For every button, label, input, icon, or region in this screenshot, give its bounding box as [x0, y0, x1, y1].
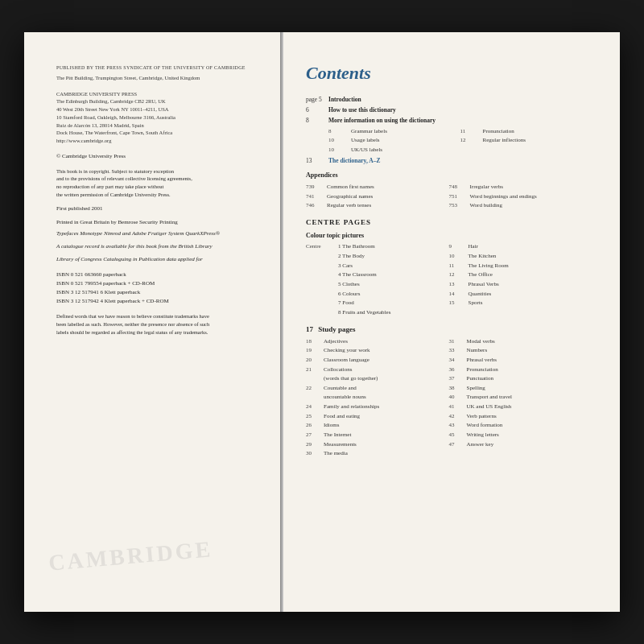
wb-page: 751 — [449, 192, 470, 200]
collocations-sub: (words that go together) — [306, 374, 449, 382]
wl-page: 45 — [449, 431, 467, 439]
centre-col-left: Centre 1 The Bathroom 2 The Body 3 Cars … — [306, 242, 449, 317]
usage-page: 10 — [328, 136, 351, 144]
trans-page: 40 — [449, 393, 467, 401]
cl-text: Classroom language — [324, 356, 369, 364]
coll-sub-text: (words that go together) — [324, 374, 378, 382]
isbn-block: ISBN 0 521 663660 paperback ISBN 0 521 7… — [56, 270, 256, 307]
wf-page: 43 — [449, 421, 467, 429]
iv-text: Irregular verbs — [470, 183, 503, 191]
mv-text: Modal verbs — [467, 337, 495, 345]
office: The Office — [469, 270, 493, 279]
spelling: 38 Spelling — [449, 384, 592, 392]
cnt-page: 22 — [306, 384, 324, 392]
gn-page: 741 — [306, 192, 327, 200]
cw-text: Checking your work — [324, 346, 370, 354]
modal-verbs: 31 Modal verbs — [449, 337, 592, 345]
watermark: CAMBRIDGE — [47, 533, 214, 579]
intro-title: Introduction — [328, 96, 361, 105]
cl-page: 20 — [306, 356, 324, 364]
num-page: 33 — [449, 346, 467, 354]
regular-inflections: 12 Regular inflections — [460, 136, 592, 144]
colours-item: 6 Colours — [306, 290, 449, 298]
edinburgh-address: The Edinburgh Building, Cambridge CB2 2R… — [56, 97, 256, 105]
study-col-right: 31 Modal verbs 33 Numbers 34 Phrasal ver… — [449, 337, 592, 459]
adj-page: 18 — [306, 337, 324, 345]
meas-page: 29 — [306, 440, 324, 448]
unc-page — [306, 393, 324, 401]
isbn4: ISBN 3 12 517942 4 Klett paperback + CD-… — [56, 297, 256, 306]
how-to-title: How to use this dictionary — [328, 106, 396, 115]
usage-text: Usage labels — [351, 136, 380, 144]
contents-title: Contents — [306, 60, 592, 86]
hair-num: 9 — [449, 242, 469, 250]
classroom: 4 The Classroom — [338, 270, 377, 279]
quantities-item: 14 Quantities — [449, 290, 592, 298]
id-page: 26 — [306, 421, 324, 429]
vp-text: Verb patterns — [467, 412, 497, 420]
ukus-text: UK/US labels — [351, 146, 382, 154]
isbn2: ISBN 0 521 799554 paperback + CD-ROM — [56, 279, 256, 288]
classroom-space — [306, 270, 338, 279]
num-text: Numbers — [467, 346, 488, 354]
id-text: Idioms — [324, 421, 339, 429]
pron-page: 11 — [460, 127, 483, 135]
word-formation: 43 Word formation — [449, 421, 592, 429]
geo-names: 741 Geographical names — [306, 192, 449, 200]
printed-by: Printed in Great Britain by Bemrose Secu… — [56, 219, 256, 227]
wbld-page: 753 — [449, 201, 470, 209]
more-info-col-right: 11 Pronunciation 12 Regular inflections — [460, 127, 592, 155]
how-to-page: 6 — [306, 106, 328, 115]
more-info-line: 8 More information on using the dictiona… — [306, 117, 592, 126]
classroom-lang: 20 Classroom language — [306, 356, 449, 364]
office-item: 12 The Office — [449, 270, 592, 279]
kitchen-num: 10 — [449, 252, 469, 260]
checking-work: 19 Checking your work — [306, 346, 449, 354]
pronunciation-study: 36 Pronunciation — [449, 365, 592, 374]
copyright: © Cambridge University Press — [56, 153, 256, 161]
phv-page: 34 — [449, 356, 467, 364]
spell-text: Spelling — [467, 384, 485, 392]
clothes-space — [306, 280, 338, 288]
intro-page: page 5 — [306, 96, 328, 105]
phrasal-verbs: Phrasal Verbs — [469, 280, 499, 288]
trademark-text: Defined words that we have reason to bel… — [56, 312, 256, 336]
stamford-address: 10 Stamford Road, Oakleigh, Melbourne 31… — [56, 114, 256, 122]
colours-space — [306, 290, 338, 298]
reg-verb-tenses: 746 Regular verb tenses — [306, 201, 449, 209]
pron-s-page: 36 — [449, 365, 467, 374]
phrasal-verbs-item: 13 Phrasal Verbs — [449, 280, 592, 288]
sports-item: 15 Sports — [449, 299, 592, 307]
left-page: PUBLISHED BY THE PRESS SYNDICATE OF THE … — [24, 32, 282, 612]
ukus-english: 41 UK and US English — [449, 402, 592, 411]
introduction-line: page 5 Introduction — [306, 96, 592, 105]
qty-num: 14 — [449, 290, 469, 298]
cn-page: 739 — [306, 183, 327, 191]
spine-shadow — [280, 32, 283, 612]
idioms: 26 Idioms — [306, 421, 449, 429]
coll-page: 21 — [306, 365, 324, 374]
rvt-page: 746 — [306, 201, 327, 209]
study-title: Study pages — [318, 325, 355, 333]
answer-key: 47 Answer key — [449, 440, 592, 448]
food-item: 7 Food — [306, 299, 449, 307]
fe-page: 25 — [306, 412, 324, 420]
hair: Hair — [469, 242, 478, 250]
centre-section: Centre 1 The Bathroom 2 The Body 3 Cars … — [306, 242, 592, 317]
food-space — [306, 299, 338, 307]
app-col-right: 748 Irregular verbs 751 Word beginnings … — [449, 183, 592, 211]
colours: 6 Colours — [338, 290, 360, 298]
wf-text: Word formation — [467, 421, 503, 429]
hair-item: 9 Hair — [449, 242, 592, 250]
dict-page: 13 — [306, 157, 328, 166]
countable: 22 Countable and — [306, 384, 449, 392]
kitchen: The Kitchen — [469, 252, 497, 260]
dict-title: The dictionary, A–Z — [328, 157, 380, 166]
writing-letters: 45 Writing letters — [449, 431, 592, 439]
living-num: 11 — [449, 262, 469, 270]
cambridge-press: CAMBRIDGE UNIVERSITY PRESS — [56, 90, 256, 98]
colour-topic-title: Colour topic pictures — [306, 231, 592, 241]
wl-text: Writing letters — [467, 431, 499, 439]
cnt-text: Countable and — [324, 384, 357, 392]
irreg-verbs: 748 Irregular verbs — [449, 183, 592, 191]
